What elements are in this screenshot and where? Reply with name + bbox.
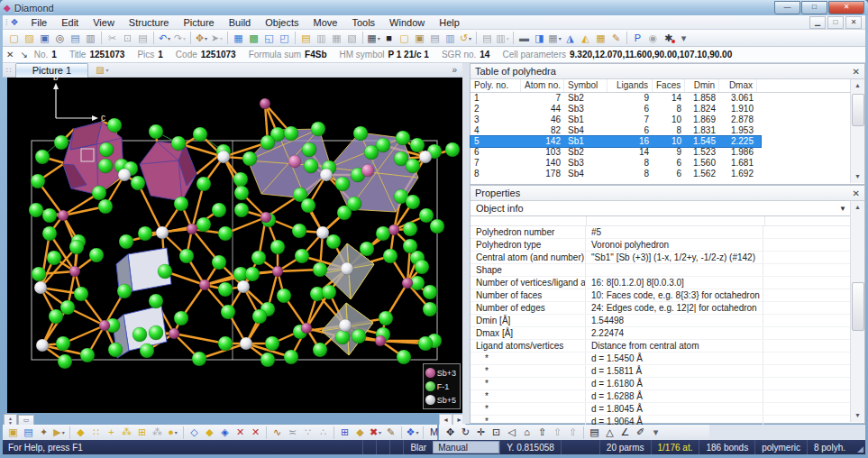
measure-triangle-icon[interactable]: △ xyxy=(602,426,617,440)
tab-picture-1[interactable]: Picture 1 xyxy=(15,63,88,78)
contacts-icon[interactable]: ∵ xyxy=(300,426,315,440)
menu-view[interactable]: View xyxy=(86,16,122,29)
grow-cluster-icon[interactable]: ⁂ xyxy=(150,426,165,440)
table-row[interactable]: 17Sb29141.8583.061 xyxy=(471,93,761,104)
broken-bonds-2-icon[interactable]: ✕ xyxy=(248,426,263,440)
picture-play-icon[interactable]: ▶▾ xyxy=(51,426,67,440)
property-row[interactable]: *d = 1.5811 Å xyxy=(471,365,864,378)
menu-help[interactable]: Help xyxy=(432,16,467,29)
picture-settings-icon[interactable]: ▥ xyxy=(443,31,458,45)
infobar-close-icon[interactable]: ✕ xyxy=(6,50,14,60)
property-row[interactable]: Ligand atoms/verticesDistance from centr… xyxy=(471,340,864,353)
measure-angle-icon[interactable]: ∠ xyxy=(617,426,633,440)
property-row[interactable]: *d = 1.5450 Å xyxy=(471,353,864,365)
property-row[interactable]: Central atom (and number)"Sb1" [Sb (+3)]… xyxy=(471,252,864,264)
atom-cluster-icon[interactable]: ∷ xyxy=(88,426,104,440)
copy-icon[interactable]: ⊡ xyxy=(120,31,135,45)
new-picture-icon[interactable]: ▢ xyxy=(397,31,412,45)
property-row[interactable]: Dmax [Å]2.22474 xyxy=(471,327,864,340)
video-sequence-icon[interactable]: ✱ xyxy=(661,31,676,45)
rotate-tool-icon[interactable]: ↻ xyxy=(458,426,473,440)
menu-file[interactable]: File xyxy=(23,16,54,29)
packing-icon[interactable]: ❖▾ xyxy=(405,426,420,440)
view-blank-icon[interactable]: ◰ xyxy=(277,31,292,45)
property-row[interactable]: Shape xyxy=(471,264,864,277)
maximize-button[interactable]: □ xyxy=(801,1,827,14)
zoom-tool-icon[interactable]: ⊡ xyxy=(489,426,504,440)
status-mode-field[interactable]: Manual xyxy=(433,441,499,453)
close-button[interactable]: ✕ xyxy=(828,1,864,14)
property-row[interactable]: Number of vertices/ligand atoms16: 8[0.1… xyxy=(471,277,864,289)
distance-histogram-icon[interactable]: ◮ xyxy=(562,31,578,45)
edit-bond-icon[interactable]: ✎ xyxy=(383,426,398,440)
property-row[interactable]: *d = 1.8045 Å xyxy=(471,403,864,416)
broken-bonds-1-icon[interactable]: ✕ xyxy=(233,426,248,440)
translate-tool-icon[interactable]: ✛ xyxy=(473,426,489,440)
open-file-icon[interactable]: ▨ xyxy=(22,31,37,45)
move-tool-icon[interactable]: ✥ xyxy=(443,426,458,440)
create-bond-icon[interactable]: ∿ xyxy=(270,426,285,440)
camera-icon[interactable]: ◉ xyxy=(645,31,661,45)
table-row[interactable]: 5142Sb116101.5452.225 xyxy=(471,136,761,147)
data-sheet-icon[interactable]: ▦ xyxy=(593,31,608,45)
window-cascade-icon[interactable]: ▥ xyxy=(314,31,329,45)
panel-toggle-icon[interactable]: ▬ xyxy=(516,31,532,45)
properties-panel-close-icon[interactable]: ✕ xyxy=(853,188,860,198)
polyhedra-build-icon[interactable]: ⊞ xyxy=(337,426,352,440)
table-row[interactable]: 7140Sb3861.5601.681 xyxy=(471,158,761,169)
undo-icon[interactable]: ↶▾ xyxy=(157,31,172,45)
scroll-down-icon[interactable]: ▼ xyxy=(851,409,864,422)
move-overflow-icon[interactable]: ▾ xyxy=(648,426,663,440)
fullscreen-icon[interactable]: ■ xyxy=(381,31,397,45)
window-layout-icon[interactable]: ▤ xyxy=(298,31,314,45)
scroll-up-icon[interactable]: ▲ xyxy=(851,201,864,214)
menu-edit[interactable]: Edit xyxy=(54,16,86,29)
menu-build[interactable]: Build xyxy=(222,16,258,29)
minimize-button[interactable]: — xyxy=(774,1,800,14)
scroll-down-icon[interactable]: ▼ xyxy=(851,170,864,183)
column-header-atom-no-[interactable]: Atom no. xyxy=(521,79,564,92)
measure-distance-icon[interactable]: ▤ xyxy=(587,426,602,440)
title-bar[interactable]: ◆ Diamond — □ ✕ xyxy=(0,0,868,15)
table-row[interactable]: 346Sb17101.8692.878 xyxy=(471,114,761,125)
shift-2-icon[interactable]: ⇧ xyxy=(565,426,580,440)
table-scrollbar[interactable]: ▲ ▼ xyxy=(850,79,864,183)
find-icon[interactable]: ◎ xyxy=(52,31,68,45)
shift-1-icon[interactable]: ⇧ xyxy=(550,426,565,440)
properties-scroll-thumb[interactable] xyxy=(852,282,864,331)
cell-outline-icon[interactable]: ◇ xyxy=(187,426,202,440)
powder-chart-icon[interactable]: ◭ xyxy=(578,31,593,45)
build-wizard-icon[interactable]: ✦ xyxy=(36,426,51,440)
select-mode-icon[interactable]: ➤▾ xyxy=(209,31,224,45)
destroy-icon[interactable]: ✖▾ xyxy=(368,426,383,440)
table-panel-header[interactable]: Table of polyhedra ✕ xyxy=(471,64,864,79)
export-image-icon[interactable]: ▤ xyxy=(480,31,495,45)
column-header-poly-no-[interactable]: Poly. no. xyxy=(471,79,521,92)
save-icon[interactable]: ▣ xyxy=(37,31,52,45)
scroll-up-icon[interactable]: ▲ xyxy=(851,79,864,92)
mdi-minimize-button[interactable]: ▁ xyxy=(809,16,826,29)
mdi-restore-button[interactable]: □ xyxy=(827,16,844,29)
h-bonds-icon[interactable]: ≍ xyxy=(285,426,300,440)
view-picture-icon[interactable]: ▩ xyxy=(246,31,261,45)
window-split-icon[interactable]: ▧ xyxy=(344,31,360,45)
tab-overflow-button[interactable]: » xyxy=(452,65,457,75)
menu-tools[interactable]: Tools xyxy=(344,16,382,29)
column-header-faces[interactable]: Faces xyxy=(653,79,685,92)
contacts-2-icon[interactable]: ∴ xyxy=(315,426,331,440)
menu-window[interactable]: Window xyxy=(382,16,432,29)
redo-icon[interactable]: ↷▾ xyxy=(172,31,187,45)
view-rotate-icon[interactable]: ◱ xyxy=(261,31,277,45)
picture-add-icon[interactable]: ▣ xyxy=(5,426,21,440)
property-row[interactable]: *d = 1.6180 Å xyxy=(471,378,864,390)
walk-mode-icon[interactable]: ⇧ xyxy=(535,426,550,440)
table-panel-close-icon[interactable]: ✕ xyxy=(853,67,860,77)
view-structure-icon[interactable]: ▦ xyxy=(231,31,246,45)
tables-toggle-icon[interactable]: ▦▾ xyxy=(547,31,562,45)
home-view-icon[interactable]: ⌂ xyxy=(519,426,535,440)
table-row[interactable]: 482Sb4681.8311.953 xyxy=(471,125,761,136)
properties-toggle-icon[interactable]: ◨ xyxy=(532,31,547,45)
infobar-arrow-icon[interactable]: ↘ xyxy=(20,50,27,60)
powder-p-icon[interactable]: P xyxy=(630,31,645,45)
print-preview-icon[interactable]: ▤ xyxy=(68,31,83,45)
